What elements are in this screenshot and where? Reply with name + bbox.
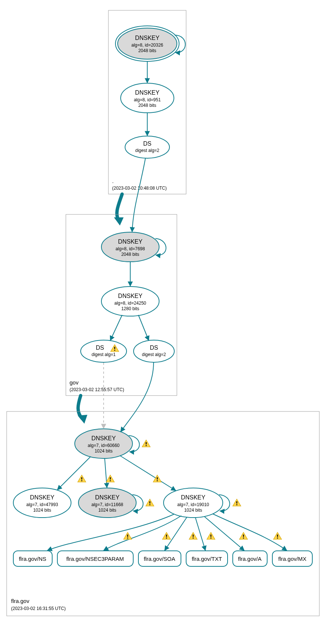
node-flra-k47-title: DNSKEY bbox=[30, 494, 54, 501]
node-flra-ksk: DNSKEY alg=7, id=60660 1024 bits bbox=[75, 429, 132, 458]
svg-point-9 bbox=[134, 340, 174, 362]
leaf-mx-label: flra.gov/MX bbox=[278, 556, 306, 562]
warn-icon bbox=[162, 532, 171, 539]
node-root-ksk: DNSKEY alg=8, id=20326 2048 bits bbox=[115, 26, 179, 61]
edge-flra-ksk-k47 bbox=[57, 457, 91, 490]
node-gov-ds1: DS digest alg=1 bbox=[81, 340, 127, 362]
node-flra-k11-line2: 1024 bits bbox=[98, 508, 117, 513]
leaf-nsec-label: flra.gov/NSEC3PARAM bbox=[66, 556, 124, 562]
node-flra-k19: DNSKEY alg=7, id=19010 1024 bits bbox=[164, 488, 223, 518]
edge-k19-txt bbox=[195, 518, 205, 550]
warn-icon bbox=[106, 475, 114, 482]
leaf-soa: flra.gov/SOA bbox=[138, 551, 181, 566]
node-root-zsk: DNSKEY alg=8, id=951 2048 bits bbox=[121, 83, 174, 113]
node-flra-ksk-line2: 1024 bits bbox=[95, 448, 113, 454]
warn-icon bbox=[153, 475, 161, 482]
edge-k19-ns bbox=[47, 514, 174, 550]
leaf-a: flra.gov/A bbox=[233, 551, 267, 566]
zone-root-label: . bbox=[112, 178, 114, 184]
node-gov-ksk-title: DNSKEY bbox=[118, 238, 142, 245]
node-gov-ds2-line1: digest alg=2 bbox=[142, 352, 166, 357]
edge-zone-root-to-gov-head bbox=[114, 217, 124, 226]
svg-point-5 bbox=[125, 136, 169, 158]
leaf-ns: flra.gov/NS bbox=[13, 551, 52, 566]
node-gov-ds2-title: DS bbox=[150, 345, 158, 351]
node-root-ds-line1: digest alg=2 bbox=[135, 148, 159, 153]
node-root-zsk-line2: 2048 bits bbox=[138, 103, 157, 108]
node-root-zsk-title: DNSKEY bbox=[135, 89, 159, 96]
node-gov-zsk-line2: 1280 bits bbox=[121, 306, 140, 311]
edge-zone-gov-to-flra-head bbox=[78, 415, 87, 424]
node-gov-zsk-line1: alg=8, id=24250 bbox=[114, 301, 146, 306]
node-flra-k11: DNSKEY alg=7, id=11668 1024 bits bbox=[78, 488, 136, 518]
node-gov-ksk: DNSKEY alg=8, id=7698 2048 bits bbox=[101, 232, 159, 262]
node-gov-ds2: DS digest alg=2 bbox=[134, 340, 174, 362]
edge-gov-zsk-ds1 bbox=[110, 315, 122, 340]
node-flra-k19-line2: 1024 bits bbox=[184, 508, 202, 513]
edge-gov-ds2-flra-ksk bbox=[121, 363, 154, 432]
node-flra-k19-line1: alg=7, id=19010 bbox=[177, 502, 209, 507]
node-root-zsk-line1: alg=8, id=951 bbox=[134, 97, 161, 102]
edge-flra-ksk-k19 bbox=[120, 456, 176, 491]
warn-icon bbox=[124, 532, 132, 539]
node-gov-zsk-title: DNSKEY bbox=[118, 293, 142, 299]
node-gov-ds1-line1: digest alg=1 bbox=[91, 352, 115, 357]
node-flra-k19-title: DNSKEY bbox=[181, 494, 205, 501]
edge-k19-soa bbox=[165, 517, 187, 550]
node-flra-k11-title: DNSKEY bbox=[95, 494, 120, 501]
node-root-ksk-line1: alg=8, id=20326 bbox=[131, 43, 163, 48]
node-root-ksk-line2: 2048 bits bbox=[138, 48, 157, 53]
zone-flra-label: flra.gov bbox=[11, 598, 30, 604]
warn-icon bbox=[146, 499, 154, 506]
node-flra-k11-line1: alg=7, id=11668 bbox=[91, 502, 123, 507]
node-root-ds: DS digest alg=2 bbox=[125, 136, 169, 158]
node-gov-ksk-line2: 2048 bits bbox=[121, 252, 140, 257]
node-flra-ksk-line1: alg=7, id=60660 bbox=[88, 443, 120, 448]
node-root-ds-title: DS bbox=[143, 140, 151, 147]
node-flra-k47-line2: 1024 bits bbox=[33, 508, 51, 513]
edge-zone-gov-to-flra bbox=[78, 396, 82, 418]
zone-flra-timestamp: (2023-03-02 16:31:55 UTC) bbox=[11, 606, 65, 611]
node-gov-ds1-title: DS bbox=[96, 345, 104, 351]
zone-gov-label: gov bbox=[70, 379, 79, 386]
leaf-nsec: flra.gov/NSEC3PARAM bbox=[57, 551, 133, 566]
node-gov-ksk-line1: alg=8, id=7698 bbox=[115, 246, 145, 251]
warn-icon bbox=[78, 475, 86, 482]
leaf-a-label: flra.gov/A bbox=[238, 556, 261, 562]
leaf-ns-label: flra.gov/NS bbox=[19, 556, 46, 562]
warn-icon bbox=[189, 532, 197, 539]
leaf-soa-label: flra.gov/SOA bbox=[144, 556, 175, 562]
leaf-txt-label: flra.gov/TXT bbox=[192, 556, 222, 562]
edge-k19-mx bbox=[213, 514, 287, 550]
warn-icon bbox=[273, 532, 282, 539]
node-root-ksk-title: DNSKEY bbox=[135, 35, 159, 41]
warn-icon bbox=[207, 532, 215, 539]
warn-icon bbox=[142, 440, 150, 447]
edge-root-ds-gov-ksk bbox=[132, 158, 145, 232]
node-flra-k47: DNSKEY alg=7, id=47993 1024 bits bbox=[13, 488, 71, 518]
edge-gov-zsk-ds2 bbox=[138, 315, 149, 340]
svg-point-8 bbox=[81, 340, 127, 362]
edge-flra-ksk-k11 bbox=[105, 459, 107, 488]
node-flra-ksk-title: DNSKEY bbox=[91, 435, 116, 441]
edge-zone-root-to-gov bbox=[117, 194, 122, 220]
leaf-mx: flra.gov/MX bbox=[272, 551, 312, 566]
node-gov-zsk: DNSKEY alg=8, id=24250 1280 bits bbox=[101, 287, 159, 316]
warn-icon bbox=[233, 499, 241, 506]
leaf-txt: flra.gov/TXT bbox=[186, 551, 228, 566]
node-flra-k47-line1: alg=7, id=47993 bbox=[26, 502, 58, 507]
zone-gov-timestamp: (2023-03-02 12:55:57 UTC) bbox=[70, 387, 124, 392]
warn-icon bbox=[239, 532, 248, 539]
